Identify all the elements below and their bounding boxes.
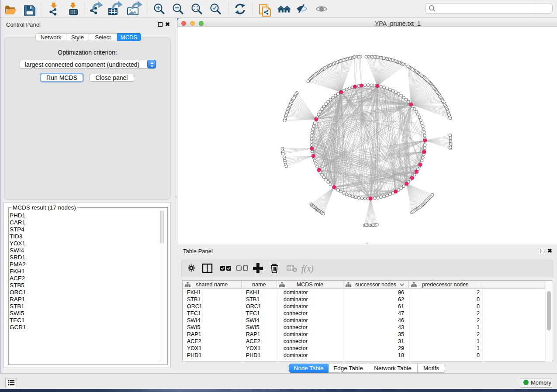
svg-text:f(x): f(x) [301,264,314,274]
